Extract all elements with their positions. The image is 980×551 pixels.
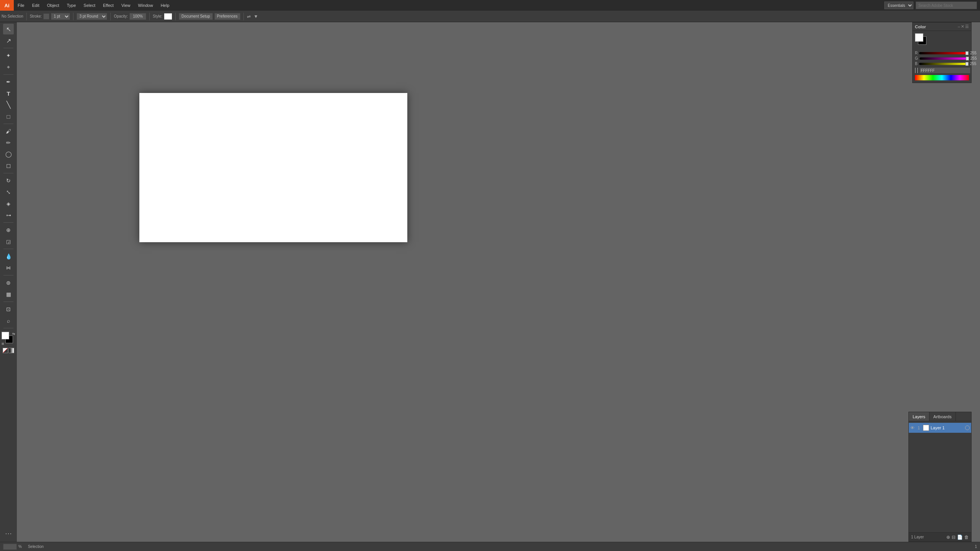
layers-tab[interactable]: Layers — [909, 412, 929, 421]
layers-make-clipping-button[interactable]: ⊟ — [952, 535, 956, 540]
stroke-weight-select[interactable]: 1 pt — [51, 13, 70, 20]
shape-builder-icon: ⊕ — [6, 227, 11, 233]
menu-file[interactable]: File — [14, 0, 28, 11]
blend-tool-button[interactable]: ⋈ — [3, 262, 14, 273]
reset-colors-icon[interactable]: ⊠ — [2, 342, 4, 346]
swap-colors-icon[interactable]: ⇆ — [12, 332, 15, 336]
arrange-icon[interactable]: ⇌ — [247, 14, 251, 19]
artboard-count-label: 1 — [975, 544, 977, 549]
layer-row[interactable]: 👁 1 Layer 1 — [909, 423, 971, 433]
layers-count-label: 1 Layer — [911, 535, 945, 539]
selection-tool-button[interactable]: ↖ — [3, 24, 14, 34]
symbol-sprayer-icon: ⊛ — [6, 280, 11, 286]
magic-wand-button[interactable]: ✦ — [3, 50, 14, 61]
brush-tool-button[interactable]: 🖌 — [3, 126, 14, 137]
scale-tool-button[interactable]: ⤡ — [3, 187, 14, 197]
green-slider[interactable] — [920, 57, 969, 60]
layers-new-sublayer-button[interactable]: ⊕ — [946, 535, 950, 540]
gradient-fill-icon[interactable] — [9, 348, 14, 353]
blob-brush-button[interactable]: ◯ — [3, 149, 14, 160]
zoom-control: 50% % — [3, 544, 22, 550]
search-stock-input[interactable] — [916, 2, 977, 9]
layer-name: Layer 1 — [931, 425, 964, 430]
tool-sep-4 — [3, 173, 13, 173]
eraser-icon: ◻ — [6, 162, 11, 169]
rotate-tool-icon: ↻ — [6, 178, 11, 184]
blue-label: B — [915, 62, 918, 66]
color-io-white[interactable] — [917, 68, 918, 73]
zoom-input[interactable]: 50% — [3, 544, 17, 550]
extra-tools: ⋯ — [3, 528, 14, 539]
zoom-tool-button[interactable]: ⌕ — [3, 315, 14, 326]
menu-object[interactable]: Object — [43, 0, 63, 11]
pencil-tool-button[interactable]: ✏ — [3, 137, 14, 148]
hex-input[interactable] — [920, 67, 970, 73]
symbol-sprayer-button[interactable]: ⊛ — [3, 277, 14, 288]
color-io-black[interactable] — [915, 68, 916, 73]
opt-sep-1 — [26, 13, 27, 20]
tool-panel: ↖ ↗ ✦ ⌖ ✒ T ╲ □ 🖌 ✏ ◯ ◻ ↻ ⤡ ◈ ⊶ — [0, 22, 17, 542]
color-fg-swatch[interactable] — [915, 33, 923, 42]
layer-visibility-icon[interactable]: 👁 — [910, 425, 915, 430]
menu-help[interactable]: Help — [157, 0, 173, 11]
workspace-preset-select[interactable]: Essentials — [884, 2, 913, 9]
tool-sep-1 — [3, 48, 13, 48]
more-options-icon[interactable]: ▼ — [254, 14, 258, 19]
line-tool-icon: ╲ — [7, 101, 11, 109]
document-setup-button[interactable]: Document Setup — [179, 13, 213, 20]
style-swatch[interactable] — [164, 13, 172, 20]
artboard — [139, 93, 407, 242]
preferences-button[interactable]: Preferences — [214, 13, 240, 20]
opt-sep-2 — [73, 13, 74, 20]
eyedropper-icon: 💧 — [5, 253, 12, 259]
menu-edit[interactable]: Edit — [28, 0, 43, 11]
color-panel-close[interactable]: ✕ — [961, 24, 964, 29]
direct-selection-tool-button[interactable]: ↗ — [3, 35, 14, 46]
color-panel-minimize[interactable]: – — [958, 24, 960, 29]
add-tool-icon: ⋯ — [5, 529, 12, 538]
layers-delete-button[interactable]: 🗑 — [964, 535, 969, 540]
eraser-button[interactable]: ◻ — [3, 160, 14, 171]
blend-tool-icon: ⋈ — [6, 265, 11, 271]
puppet-warp-button[interactable]: ◈ — [3, 198, 14, 209]
color-spectrum[interactable] — [915, 75, 969, 80]
stroke-color-swatch[interactable] — [43, 13, 49, 20]
pen-tool-button[interactable]: ✒ — [3, 77, 14, 87]
type-tool-button[interactable]: T — [3, 88, 14, 99]
rect-tool-button[interactable]: □ — [3, 111, 14, 122]
menu-select[interactable]: Select — [80, 0, 99, 11]
status-bar: 50% % Selection 1 — [0, 542, 980, 551]
type-tool-icon: T — [7, 90, 10, 97]
width-tool-button[interactable]: ⊶ — [3, 210, 14, 220]
foreground-color-swatch[interactable] — [2, 332, 9, 339]
layers-new-layer-button[interactable]: 📄 — [957, 535, 963, 540]
fill-type-row — [3, 348, 14, 353]
none-fill-icon[interactable] — [3, 348, 8, 353]
color-panel: Color – ✕ ☰ R 255 G 255 B 255 — [912, 22, 972, 83]
tool-sep-5 — [3, 222, 13, 223]
opacity-input[interactable] — [129, 13, 146, 20]
lasso-button[interactable]: ⌖ — [3, 62, 14, 72]
live-paint-button[interactable]: ◲ — [3, 236, 14, 247]
artboards-tab[interactable]: Artboards — [929, 412, 956, 421]
artboard-tool-button[interactable]: ⊡ — [3, 304, 14, 315]
line-tool-button[interactable]: ╲ — [3, 99, 14, 110]
rotate-tool-button[interactable]: ↻ — [3, 175, 14, 186]
tool-sep-8 — [3, 302, 13, 302]
menu-view[interactable]: View — [118, 0, 134, 11]
shape-builder-button[interactable]: ⊕ — [3, 225, 14, 235]
color-panel-menu[interactable]: ☰ — [965, 24, 969, 29]
menu-effect[interactable]: Effect — [99, 0, 118, 11]
layer-thumbnail — [923, 425, 929, 431]
color-fg-bg-swatches — [915, 33, 934, 49]
red-slider-row: R 255 — [915, 51, 969, 55]
menu-window[interactable]: Window — [134, 0, 157, 11]
blue-slider[interactable] — [919, 63, 969, 65]
stroke-type-select[interactable]: 3 pt Round — [77, 13, 107, 20]
red-slider[interactable] — [919, 52, 969, 54]
menu-type[interactable]: Type — [63, 0, 80, 11]
eyedropper-button[interactable]: 💧 — [3, 251, 14, 262]
graph-tool-button[interactable]: ▦ — [3, 289, 14, 300]
add-tool-button[interactable]: ⋯ — [3, 528, 14, 539]
layer-target-icon[interactable] — [965, 425, 970, 430]
